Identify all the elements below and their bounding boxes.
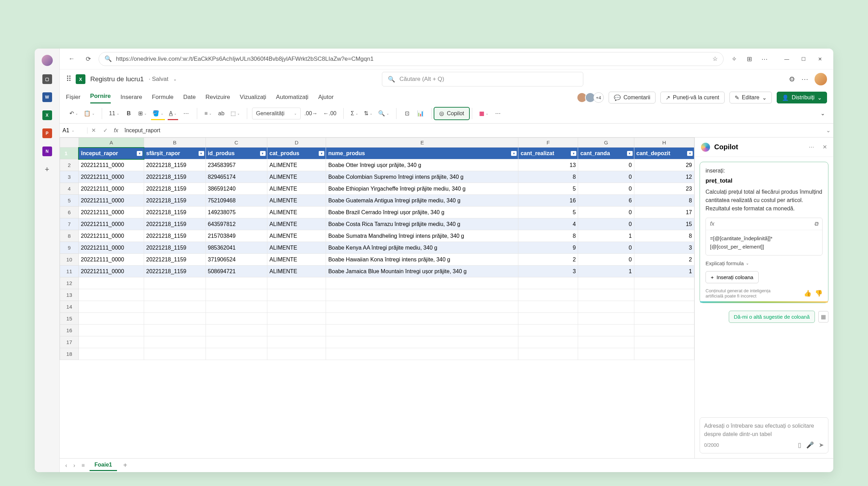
cell[interactable] — [578, 289, 634, 301]
number-format-select[interactable]: Generalități⌄ — [252, 108, 301, 119]
profile-avatar[interactable] — [42, 55, 53, 66]
filter-icon[interactable]: ▾ — [319, 151, 324, 156]
cell[interactable] — [267, 325, 326, 336]
add-app-button[interactable]: + — [42, 165, 52, 174]
cell[interactable] — [518, 313, 578, 325]
prev-sheet-button[interactable]: ‹ — [64, 462, 68, 469]
cell[interactable]: 16 — [518, 195, 578, 207]
table-header-cell[interactable]: nume_produs▾ — [326, 148, 518, 159]
cell[interactable]: 20221218_1159 — [144, 266, 206, 277]
send-icon[interactable]: ➤ — [819, 441, 824, 449]
cell[interactable]: ALIMENTE — [267, 266, 326, 277]
name-box[interactable]: A1⌄ — [60, 127, 87, 134]
cell[interactable]: 6 — [578, 195, 634, 207]
column-header[interactable]: F — [518, 138, 578, 148]
cell[interactable] — [634, 336, 694, 348]
copilot-prompt-input[interactable]: Adresați o întrebare sau efectuați o sol… — [700, 417, 828, 453]
cell[interactable]: 202212111_0000 — [78, 242, 144, 254]
table-header-cell[interactable]: cant_depozit▾ — [634, 148, 694, 159]
cell[interactable] — [326, 336, 518, 348]
mic-icon[interactable]: 🎤 — [806, 441, 814, 449]
refresh-button[interactable]: ⟳ — [82, 53, 94, 65]
filter-icon[interactable]: ▾ — [511, 151, 517, 156]
cell[interactable]: 508694721 — [206, 266, 267, 277]
table-header-cell[interactable]: cat_produs▾ — [267, 148, 326, 159]
favorite-icon[interactable]: ☆ — [712, 55, 718, 62]
excel-app-icon[interactable]: X — [42, 110, 52, 120]
thumbs-down-icon[interactable]: 👎 — [815, 290, 823, 297]
cell[interactable]: 1 — [634, 266, 694, 277]
tab-data[interactable]: Date — [183, 94, 196, 103]
row-header[interactable]: 6 — [60, 207, 79, 218]
copilot-close-icon[interactable]: ✕ — [823, 144, 827, 150]
row-header[interactable]: 2 — [60, 159, 79, 171]
cell[interactable]: 0 — [578, 218, 634, 230]
cell[interactable]: 371906524 — [206, 254, 267, 266]
column-header[interactable]: H — [634, 138, 694, 148]
cell[interactable] — [578, 348, 634, 360]
grid-icon[interactable]: ▦ — [818, 311, 828, 322]
cell[interactable] — [518, 348, 578, 360]
cell[interactable]: 202212111_0000 — [78, 183, 144, 195]
row-header[interactable]: 16 — [60, 325, 79, 336]
cell[interactable]: 202212111_0000 — [78, 195, 144, 207]
minimize-button[interactable]: — — [779, 53, 794, 65]
cell[interactable] — [326, 313, 518, 325]
address-bar[interactable]: 🔍 https://onedrive.live.com/:w:/t/EaCkKP… — [99, 52, 724, 66]
cancel-formula-button[interactable]: ✕ — [87, 127, 99, 134]
cell[interactable] — [634, 325, 694, 336]
addins-button[interactable]: ⊡ — [401, 108, 413, 119]
cell[interactable]: 202212111_0000 — [78, 218, 144, 230]
format-table-button[interactable]: ▦⌄ — [477, 108, 491, 119]
catchup-button[interactable]: ↗ Puneți-vă la curent — [660, 92, 724, 103]
cell[interactable] — [326, 301, 518, 313]
cell[interactable]: Boabe Sumatra Mandheling întregi intens … — [326, 230, 518, 242]
cell[interactable] — [144, 348, 206, 360]
cell[interactable] — [634, 301, 694, 313]
cell[interactable] — [78, 277, 144, 289]
cell[interactable]: 17 — [634, 207, 694, 218]
cell[interactable] — [578, 313, 634, 325]
cell[interactable]: 5 — [518, 183, 578, 195]
cell[interactable] — [518, 336, 578, 348]
cell[interactable]: 149238075 — [206, 207, 267, 218]
cell[interactable] — [518, 277, 578, 289]
ribbon-collapse-button[interactable]: ⌄ — [817, 108, 828, 119]
cell[interactable]: ALIMENTE — [267, 195, 326, 207]
copy-formula-icon[interactable]: ⧉ — [814, 221, 818, 227]
powerpoint-app-icon[interactable]: P — [42, 128, 52, 138]
cell[interactable] — [78, 348, 144, 360]
cell[interactable]: 20221218_1159 — [144, 207, 206, 218]
cell[interactable]: 8 — [518, 230, 578, 242]
editing-button[interactable]: ✎ Editare ⌄ — [729, 92, 772, 103]
cell[interactable]: 3 — [518, 266, 578, 277]
filter-icon[interactable]: ▾ — [199, 151, 204, 156]
cell[interactable] — [326, 348, 518, 360]
cell[interactable]: 0 — [578, 242, 634, 254]
table-header-cell[interactable]: id_produs▾ — [206, 148, 267, 159]
cell[interactable]: ALIMENTE — [267, 254, 326, 266]
cell[interactable]: 12 — [634, 171, 694, 183]
cell[interactable] — [78, 313, 144, 325]
onenote-app-icon[interactable]: N — [42, 146, 52, 156]
title-dropdown-icon[interactable]: ⌄ — [173, 77, 177, 82]
cell[interactable]: 8 — [634, 195, 694, 207]
cell[interactable] — [518, 325, 578, 336]
cell[interactable] — [578, 325, 634, 336]
undo-button[interactable]: ↶⌄ — [67, 108, 80, 119]
align-button[interactable]: ≡⌄ — [202, 108, 214, 119]
cell[interactable]: ALIMENTE — [267, 183, 326, 195]
cell[interactable]: 202212111_0000 — [78, 159, 144, 171]
cell[interactable]: 9 — [518, 242, 578, 254]
bold-button[interactable]: B — [123, 108, 135, 119]
favorites-icon[interactable]: ✧ — [728, 53, 740, 65]
back-button[interactable]: ← — [65, 53, 78, 65]
insert-column-button[interactable]: + Inserați coloana — [706, 271, 759, 283]
column-header[interactable]: C — [206, 138, 267, 148]
cell[interactable]: 752109468 — [206, 195, 267, 207]
cell[interactable] — [78, 325, 144, 336]
cell[interactable]: Boabe Kenya AA întregi prăjite mediu, 34… — [326, 242, 518, 254]
cell[interactable] — [634, 348, 694, 360]
find-button[interactable]: 🔍⌄ — [376, 108, 391, 119]
cell[interactable] — [267, 301, 326, 313]
